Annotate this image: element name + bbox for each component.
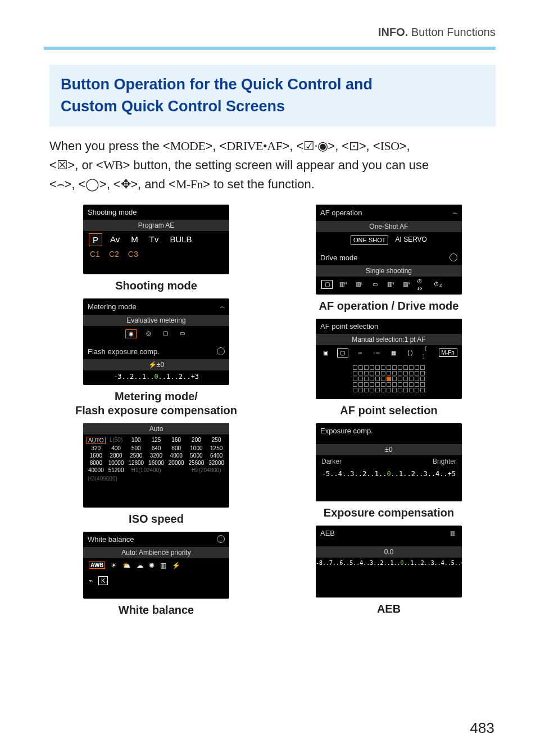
- iso-caption: ISO speed: [129, 512, 184, 526]
- wb-sub: Auto: Ambience priority: [83, 547, 229, 558]
- expcomp-scale: -5..4..3..2..1..0..1..2..3..4..+5: [316, 468, 462, 482]
- main-dial-icon: ⌢: [220, 302, 225, 311]
- wb-custom-icon[interactable]: ⌁: [89, 577, 93, 585]
- af-point-grid[interactable]: [316, 361, 462, 399]
- expcomp-brighter: Brighter: [433, 458, 456, 465]
- expcomp-caption: Exposure compensation: [324, 506, 454, 520]
- wb-daylight-icon[interactable]: ☀: [111, 562, 117, 569]
- af-aiservo[interactable]: AI SERVO: [395, 236, 426, 245]
- partial-icon[interactable]: ◎: [143, 329, 153, 337]
- shooting-mode-panel: Shooting mode Program AE P Av M Tv BULB …: [83, 205, 229, 274]
- afarea-large2-icon[interactable]: 〔 〕: [422, 349, 432, 357]
- drive-silent-icon[interactable]: ▭: [370, 280, 380, 288]
- wb-caption: White balance: [119, 603, 194, 617]
- multi-controller-icon: ✥: [121, 177, 131, 191]
- shooting-caption: Shooting mode: [115, 279, 197, 293]
- af-title: AF operation: [320, 209, 362, 217]
- wb-fluor-icon[interactable]: ▥: [160, 562, 166, 569]
- mode-p[interactable]: P: [89, 233, 102, 246]
- section-heading: Button Operation for the Quick Control a…: [49, 65, 496, 126]
- drive-single-icon[interactable]: ▢: [321, 280, 333, 289]
- drive-lo-icon[interactable]: ▥ᴸ: [354, 280, 364, 288]
- afarea-large-icon[interactable]: ( ): [405, 349, 415, 357]
- main-dial-icon: ⌢: [452, 208, 457, 218]
- mode-button-label: MODE: [170, 139, 206, 153]
- afarea-expand2-icon[interactable]: ▫▫▫: [371, 349, 381, 357]
- af-drive-panel: AF operation⌢ One-Shot AF ONE SHOT AI SE…: [316, 205, 462, 295]
- quick-dial-icon: [217, 535, 225, 543]
- aeb-title: AEB: [320, 529, 335, 537]
- breadcrumb: INFO. Button Functions: [49, 26, 496, 39]
- quick-dial-icon: [217, 347, 225, 355]
- af-sub: One-Shot AF: [316, 221, 462, 232]
- drive-timer2-icon[interactable]: ⏱₂: [433, 280, 443, 288]
- afarea-zone-icon[interactable]: ▦: [388, 349, 398, 357]
- mode-c1[interactable]: C1: [90, 250, 100, 259]
- iso-h3: H3(409600): [83, 476, 229, 485]
- heading-line-2: Custom Quick Control Screens: [61, 96, 484, 117]
- iso-grid[interactable]: AUTOL(50)100125160200250 320400500640800…: [83, 434, 229, 476]
- wb-panel: White balance Auto: Ambience priority AW…: [83, 532, 229, 599]
- intro-paragraph: When you press the <MODE>, <DRIVE•AF>, <…: [49, 137, 496, 194]
- afarea-expand-icon[interactable]: ▫▫: [355, 349, 365, 357]
- metering-caption: Metering mode/Flash exposure compensatio…: [75, 390, 237, 418]
- aeb-icon: ▥: [447, 529, 457, 537]
- evaluative-icon[interactable]: ◉: [125, 329, 137, 338]
- heading-line-1: Button Operation for the Quick Control a…: [61, 74, 484, 96]
- wb-tungsten-icon[interactable]: ✺: [149, 562, 155, 569]
- drive-timer10-icon[interactable]: ⏱₁₀: [417, 280, 427, 288]
- afpoint-caption: AF point selection: [340, 404, 437, 418]
- afarea-auto-icon[interactable]: ▣: [320, 349, 330, 357]
- metering-panel: Metering mode⌢ Evaluative metering ◉ ◎ ▢…: [83, 298, 229, 385]
- drive-title: Drive mode: [320, 253, 357, 262]
- expcomp-darker: Darker: [321, 458, 342, 465]
- aeb-panel: AEB▥ 0.0 -8..7..6..5..4..3..2..1..0..1..…: [316, 526, 462, 597]
- center-icon[interactable]: ▭: [177, 329, 187, 337]
- shooting-mode-title: Shooting mode: [88, 208, 137, 216]
- wb-kelvin-icon[interactable]: K: [98, 576, 108, 585]
- drive-af-button-label: DRIVE•AF: [226, 139, 282, 153]
- drive-silent-hi-icon[interactable]: ▥ˢ: [385, 280, 396, 288]
- expcomp-title: Exposure comp.: [320, 427, 373, 435]
- mode-c3[interactable]: C3: [128, 250, 138, 259]
- spot-icon[interactable]: ▢: [160, 329, 170, 337]
- mode-tv[interactable]: Tv: [146, 233, 162, 246]
- wb-cloudy-icon[interactable]: ☁: [137, 562, 143, 569]
- aeb-caption: AEB: [377, 602, 401, 616]
- aeb-value: 0.0: [316, 546, 462, 558]
- metering-title: Metering mode: [88, 302, 137, 311]
- afpoint-mfn[interactable]: M-Fn: [439, 348, 457, 357]
- quick-dial-icon: ◯: [85, 177, 99, 191]
- wb-title: White balance: [88, 535, 134, 544]
- wb-shade-icon[interactable]: ⛅: [122, 562, 131, 569]
- exp-comp-icon: ☒: [57, 158, 68, 172]
- af-oneshot[interactable]: ONE SHOT: [351, 236, 388, 245]
- mode-bulb[interactable]: BULB: [166, 233, 195, 246]
- wb-flash-icon[interactable]: ⚡: [172, 562, 180, 569]
- fec-value: ⚡±0: [83, 359, 229, 370]
- mode-c2[interactable]: C2: [109, 250, 119, 259]
- drive-hi-icon[interactable]: ▥ᴴ: [338, 280, 348, 288]
- expcomp-value: ±0: [316, 444, 462, 455]
- afpoint-title: AF point selection: [320, 322, 378, 331]
- mode-m[interactable]: M: [128, 233, 142, 246]
- af-drive-caption: AF operation / Drive mode: [319, 299, 459, 313]
- main-dial-icon: ⌢: [57, 177, 65, 191]
- mfn-button-label: M-Fn: [176, 177, 203, 191]
- drive-silent-lo-icon[interactable]: ▥ˢ: [401, 280, 411, 288]
- exp-meter-icon: ☑·◉: [303, 139, 328, 153]
- wb-button-label: WB: [103, 158, 122, 172]
- breadcrumb-prefix: INFO.: [378, 26, 408, 38]
- afpoint-sub: Manual selection:1 pt AF: [316, 334, 462, 345]
- mode-av[interactable]: Av: [107, 233, 123, 246]
- wb-awb[interactable]: AWB: [89, 562, 105, 569]
- aeb-scale: -8..7..6..5..4..3..2..1..0..1..2..3..4..…: [316, 558, 462, 571]
- af-area-icon: ⊡: [349, 139, 359, 153]
- iso-panel: Auto AUTOL(50)100125160200250 3204005006…: [83, 423, 229, 508]
- header-rule: [44, 47, 496, 50]
- afarea-single-icon[interactable]: ▢: [337, 348, 348, 357]
- af-point-panel: AF point selection Manual selection:1 pt…: [316, 319, 462, 399]
- drive-sub: Single shooting: [316, 265, 462, 277]
- fec-scale: -3..2..1..0..1..2..+3: [83, 370, 229, 385]
- fec-title: Flash exposure comp.: [88, 347, 160, 356]
